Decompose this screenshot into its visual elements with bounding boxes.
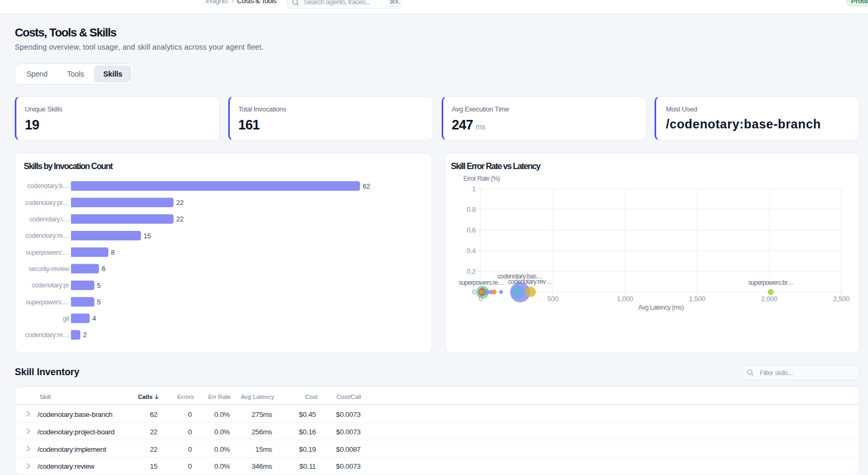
svg-text:2: 2: [83, 331, 87, 339]
svg-text:4: 4: [92, 314, 96, 322]
svg-text:0.2: 0.2: [466, 267, 475, 275]
svg-text:codenotary:pr…: codenotary:pr…: [25, 199, 69, 207]
svg-text:Avg Latency (ms): Avg Latency (ms): [638, 304, 684, 311]
svg-text:superpowers:…: superpowers:…: [26, 249, 69, 256]
svg-text:codenotary:pr: codenotary:pr: [32, 282, 69, 289]
svg-text:1: 1: [472, 185, 476, 193]
svg-text:15: 15: [144, 232, 151, 240]
svg-text:22: 22: [176, 199, 184, 207]
svg-text:codenotary:rev…: codenotary:rev…: [508, 278, 552, 285]
svg-text:6: 6: [101, 265, 105, 273]
svg-text:1,500: 1,500: [689, 295, 705, 303]
svg-text:5: 5: [97, 282, 101, 290]
svg-text:22: 22: [176, 215, 184, 223]
svg-text:git: git: [63, 315, 70, 322]
svg-text:codenotary:i…: codenotary:i…: [30, 216, 69, 223]
svg-text:Error Rate (%): Error Rate (%): [463, 175, 500, 182]
svg-text:codenotary:re…: codenotary:re…: [25, 331, 69, 339]
svg-text:2,500: 2,500: [833, 295, 850, 303]
svg-text:1,000: 1,000: [617, 295, 633, 303]
svg-text:0.4: 0.4: [466, 247, 475, 255]
svg-text:62: 62: [363, 182, 370, 190]
svg-text:codenotary:b…: codenotary:b…: [27, 182, 69, 190]
svg-text:codenotary:re…: codenotary:re…: [25, 232, 69, 239]
svg-text:security-review: security-review: [29, 265, 70, 273]
svg-text:superpowers:re…: superpowers:re…: [459, 279, 504, 286]
svg-text:2,000: 2,000: [761, 295, 777, 303]
svg-text:5: 5: [97, 298, 101, 306]
svg-text:superpowers:…: superpowers:…: [26, 299, 69, 306]
svg-text:0.8: 0.8: [466, 206, 475, 213]
svg-text:0: 0: [472, 288, 476, 296]
svg-text:8: 8: [111, 248, 115, 256]
svg-text:0.6: 0.6: [466, 226, 475, 234]
svg-text:500: 500: [547, 295, 558, 303]
svg-text:superpowers:br…: superpowers:br…: [748, 279, 794, 286]
